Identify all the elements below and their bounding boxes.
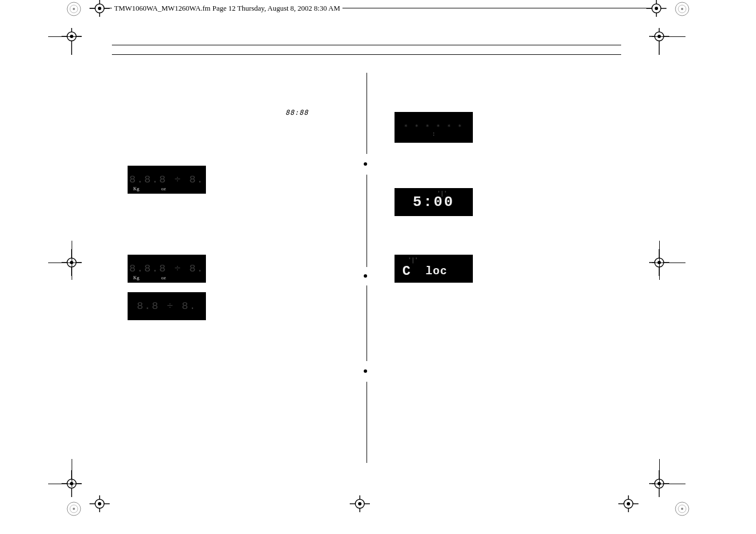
lcd-weight-2-kg: Kg <box>133 275 139 280</box>
clock-icon: 88:88 <box>285 109 308 116</box>
center-divider-4 <box>367 382 367 463</box>
lcd-right-3-loc: loc <box>425 265 447 278</box>
lcd-weight-1-digits: 8.8.8 ÷ 8. <box>129 174 204 186</box>
lcd-right-3-antenna: '|' <box>408 257 418 263</box>
svg-point-23 <box>98 502 101 505</box>
center-divider-1 <box>367 73 367 154</box>
tick-right-a <box>652 36 685 37</box>
lcd-weight-2-oz: oz <box>161 275 166 280</box>
svg-point-8 <box>73 508 75 510</box>
vline-left-mid <box>72 241 72 280</box>
svg-point-11 <box>681 508 683 510</box>
vline-right-bottom <box>659 459 660 487</box>
crosshair-bottom-center <box>350 495 370 514</box>
crosshair-top-left <box>90 0 110 19</box>
reg-mark-bottom-left <box>66 501 82 517</box>
lcd-right-2-time: 5:00 <box>413 194 454 210</box>
svg-point-2 <box>73 8 75 10</box>
header-text: TMW1060WA_MW1260WA.fm Page 12 Thursday, … <box>112 4 342 13</box>
reg-mark-top-right <box>674 1 690 17</box>
lcd-right-3-c: C <box>402 264 412 279</box>
tick-right-bottom <box>652 484 685 484</box>
tick-right-mid <box>652 263 685 263</box>
lcd-right-1-sep: : <box>433 132 434 135</box>
reg-mark-bottom-right <box>674 501 690 517</box>
crosshair-bottom-left <box>90 495 110 514</box>
lcd-weight-1: 8.8.8 ÷ 8. Kg oz <box>128 166 206 194</box>
svg-point-5 <box>681 8 683 10</box>
tick-left-mid <box>48 263 82 263</box>
center-bullet-1 <box>364 162 367 166</box>
page: TMW1060WA_MW1260WA.fm Page 12 Thursday, … <box>0 0 756 534</box>
page-rule-upper <box>112 45 621 45</box>
vline-right-mid <box>659 241 660 280</box>
lcd-weight-2: 8.8.8 ÷ 8. Kg oz <box>128 255 206 283</box>
reg-mark-top-left <box>66 1 82 17</box>
center-divider-3 <box>367 285 367 361</box>
crosshair-bottom-right-a <box>618 495 638 514</box>
lcd-weight-1-kg: Kg <box>133 186 139 191</box>
lcd-weight-3-digits: 8.8 ÷ 8. <box>137 300 196 312</box>
lcd-weight-1-oz: oz <box>161 186 166 191</box>
svg-point-31 <box>627 502 630 505</box>
tick-left-a <box>48 36 82 37</box>
svg-point-19 <box>655 7 658 10</box>
center-divider-2 <box>367 175 367 267</box>
lcd-weight-2-digits: 8.8.8 ÷ 8. <box>129 263 204 275</box>
lcd-right-2-antenna: '|' <box>437 190 447 196</box>
svg-point-15 <box>98 7 101 10</box>
crosshair-right-a <box>649 28 669 57</box>
svg-point-27 <box>358 502 361 505</box>
vline-left-bottom <box>72 459 72 487</box>
lcd-right-1: * * * * * * : <box>395 112 473 143</box>
crosshair-top-right <box>646 0 666 19</box>
center-bullet-2 <box>364 274 367 278</box>
page-rule-lower <box>112 54 621 55</box>
lcd-right-3: '|' C loc <box>395 255 473 283</box>
tick-left-bottom <box>48 484 82 484</box>
crosshair-left-a <box>62 28 82 57</box>
lcd-weight-3: 8.8 ÷ 8. <box>128 292 206 320</box>
center-bullet-3 <box>364 369 367 373</box>
lcd-right-2: '|' 5:00 <box>395 188 473 216</box>
